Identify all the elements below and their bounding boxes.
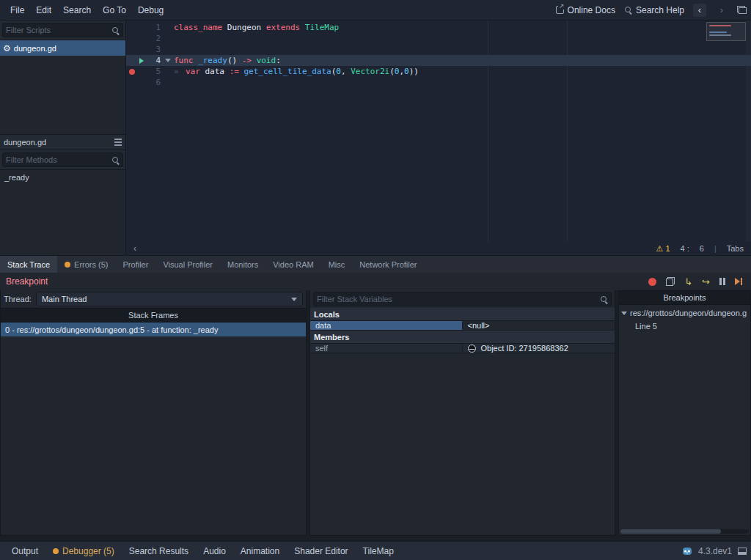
filter-stack-variables-input[interactable] (317, 295, 598, 303)
menu-item-debug[interactable]: Debug (132, 3, 169, 18)
history-back-button[interactable]: ‹ (693, 4, 706, 17)
warning-counter[interactable]: ⚠ 1 (656, 244, 670, 254)
step-over-icon[interactable]: ↪ (702, 277, 710, 287)
thread-row: Thread: Main Thread (1, 290, 306, 308)
bottom-panel-debugger-5[interactable]: Debugger (5) (45, 542, 122, 560)
code-editor[interactable]: 1class_name Dungeon extends TileMap234fu… (126, 21, 751, 255)
script-name: dungeon.gd (14, 44, 56, 53)
current-script-row[interactable]: dungeon.gd (0, 135, 125, 150)
code-token (252, 56, 257, 65)
filter-methods-box (2, 152, 123, 167)
debugger-tab-profiler[interactable]: Profiler (116, 256, 156, 273)
online-docs-button[interactable]: Online Docs (556, 5, 615, 15)
bottom-statusbar: OutputDebugger (5)Search ResultsAudioAni… (0, 541, 751, 560)
search-icon (111, 156, 120, 164)
debugger-tab-network-profiler[interactable]: Network Profiler (352, 256, 424, 273)
tab-label: Monitors (227, 260, 258, 269)
code-line[interactable]: 5»var data := get_cell_tile_data(0, Vect… (126, 66, 751, 77)
stack-frame-row[interactable]: 0 - res://grottos/dungeon/dungeon.gd:5 -… (1, 323, 306, 336)
code-line[interactable]: 3 (126, 44, 751, 55)
code-line[interactable]: 2 (126, 33, 751, 44)
filter-variables-box (313, 292, 612, 306)
breakpoint-file-label: res://grottos/dungeon/dungeon.g (630, 309, 747, 317)
tab-label: Visual Profiler (163, 260, 213, 269)
fold-gutter[interactable] (161, 59, 174, 62)
breakpoint-gutter[interactable] (126, 69, 137, 75)
script-list-item[interactable]: ⚙dungeon.gd (0, 40, 125, 56)
menu-item-go-to[interactable]: Go To (97, 3, 132, 18)
bottom-panel-tilemap[interactable]: TileMap (356, 542, 401, 560)
code-token: 0 (404, 67, 409, 76)
line-number: 1 (146, 22, 161, 33)
filter-scripts-input[interactable] (6, 26, 110, 34)
bottom-panel-search-results[interactable]: Search Results (122, 542, 196, 560)
minimap-code-mark (709, 34, 731, 36)
minimap-code-mark (709, 25, 731, 26)
stack-frames-list[interactable]: 0 - res://grottos/dungeon/dungeon.gd:5 -… (1, 323, 306, 535)
debugger-tab-video-ram[interactable]: Video RAM (265, 256, 320, 273)
bottom-panel-animation[interactable]: Animation (233, 542, 287, 560)
debugger-tab-monitors[interactable]: Monitors (220, 256, 265, 273)
copy-error-icon[interactable] (666, 277, 675, 286)
history-forward-button[interactable]: › (715, 4, 728, 17)
local-variable-row[interactable]: data<null> (310, 321, 615, 331)
warning-count: 1 (665, 244, 670, 253)
step-into-icon[interactable]: ↳ (684, 277, 692, 287)
scrollbar-thumb[interactable] (620, 529, 721, 534)
bottom-panel-audio[interactable]: Audio (196, 542, 233, 560)
code-line[interactable]: 4func _ready() -> void: (126, 55, 751, 66)
godot-editor-window: FileEditSearchGo ToDebug Online Docs Sea… (0, 0, 751, 560)
breakpoint-line-item[interactable]: Line 5 (619, 320, 750, 333)
debugger-tab-misc[interactable]: Misc (321, 256, 353, 273)
menu-item-edit[interactable]: Edit (30, 3, 57, 18)
member-variable-row[interactable]: selfObject ID: 27195868362 (310, 344, 615, 353)
code-line[interactable]: 6 (126, 77, 751, 88)
search-icon (600, 295, 608, 303)
bottom-panel-shader-editor[interactable]: Shader Editor (287, 542, 355, 560)
breakpoint-icon (129, 69, 135, 75)
make-floating-icon[interactable] (737, 6, 747, 14)
search-help-label: Search Help (636, 5, 684, 15)
menu-item-search[interactable]: Search (57, 3, 97, 18)
code-text: func _ready() -> void: (174, 55, 281, 66)
breakpoints-tree: res://grottos/dungeon/dungeon.g Line 5 (619, 305, 750, 535)
tree-expand-icon[interactable] (621, 312, 627, 315)
caret-col: 6 (700, 244, 704, 253)
variable-name[interactable]: data (310, 321, 463, 330)
method-list-item[interactable]: _ready (0, 170, 125, 184)
expand-bottom-panel-icon[interactable] (738, 548, 747, 555)
code-token: class_name (174, 23, 222, 32)
method-list[interactable]: _ready (0, 169, 125, 255)
pause-icon[interactable] (719, 278, 725, 285)
bottom-panel-buttons: OutputDebugger (5)Search ResultsAudioAni… (4, 542, 401, 560)
breakpoints-hscrollbar[interactable] (620, 529, 749, 534)
continue-icon[interactable] (735, 278, 742, 285)
debugger-tab-visual-profiler[interactable]: Visual Profiler (155, 256, 220, 273)
debugger-tab-stack-trace[interactable]: Stack Trace (0, 256, 57, 273)
menu-item-file[interactable]: File (4, 3, 30, 18)
skip-breakpoints-icon[interactable] (648, 278, 656, 286)
script-list[interactable]: ⚙dungeon.gd (0, 40, 125, 135)
variable-name: self (310, 344, 463, 353)
caret-line: 4 : (681, 244, 689, 253)
sort-methods-icon[interactable] (114, 139, 122, 140)
code-lines: 1class_name Dungeon extends TileMap234fu… (126, 22, 751, 88)
code-token: var (186, 67, 200, 76)
editor-minimap[interactable] (706, 22, 746, 66)
filter-methods-input[interactable] (6, 155, 110, 164)
menubar-right: Online Docs Search Help ‹ › (556, 4, 747, 17)
debug-reason-label: Breakpoint (6, 276, 48, 287)
search-help-button[interactable]: Search Help (624, 5, 684, 15)
breakpoint-file-item[interactable]: res://grottos/dungeon/dungeon.g (619, 306, 750, 320)
thread-dropdown[interactable]: Main Thread (36, 292, 303, 306)
current-script-label: dungeon.gd (4, 138, 46, 147)
debugger-tab-errors-5[interactable]: Errors (5) (57, 256, 115, 273)
code-line[interactable]: 1class_name Dungeon extends TileMap (126, 22, 751, 33)
line-number: 6 (146, 77, 161, 88)
bottom-panel-output[interactable]: Output (4, 542, 45, 560)
code-token: TileMap (305, 23, 339, 32)
code-token: extends (266, 23, 300, 32)
code-token: : (276, 56, 281, 65)
indent-mode[interactable]: Tabs (727, 244, 744, 253)
collapse-scripts-arrow[interactable]: ‹ (133, 243, 136, 254)
